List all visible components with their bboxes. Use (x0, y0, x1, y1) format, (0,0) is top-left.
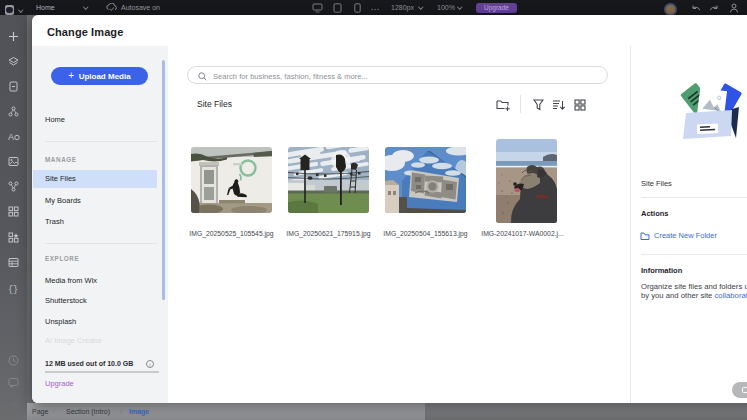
svg-text:A: A (8, 132, 14, 142)
svg-text:?: ? (11, 400, 16, 411)
svg-text:{}: {} (8, 285, 18, 295)
